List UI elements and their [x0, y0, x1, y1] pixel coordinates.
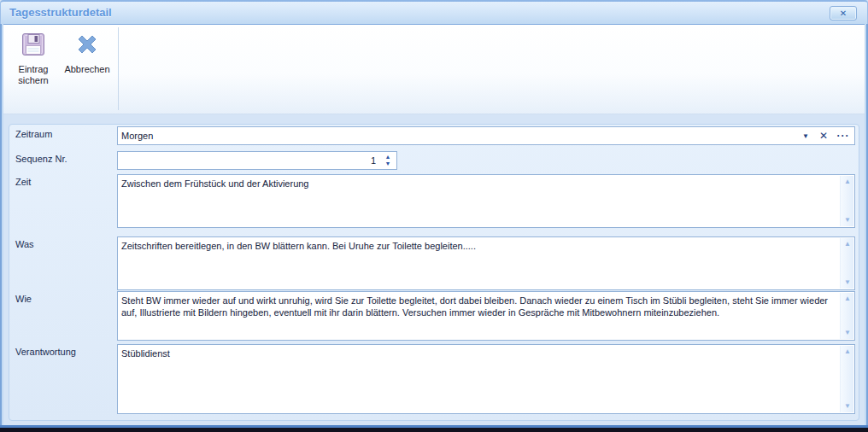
- scroll-down-icon[interactable]: ▼: [841, 327, 854, 339]
- scroll-down-icon[interactable]: ▼: [841, 277, 854, 289]
- sequenz-spin-field[interactable]: 1 ▲ ▼: [117, 151, 397, 170]
- zeitraum-label: Zeitraum: [15, 129, 52, 139]
- ribbon-group-separator: [118, 27, 119, 110]
- wie-textarea[interactable]: Steht BW immer wieder auf und wirkt unru…: [117, 291, 855, 341]
- wie-scrollbar[interactable]: ▲ ▼: [840, 293, 853, 339]
- floppy-disk-icon: [21, 32, 46, 57]
- cancel-button[interactable]: Abbrechen: [58, 28, 116, 75]
- zeit-scrollbar[interactable]: ▲ ▼: [840, 176, 853, 226]
- verantwortung-label: Verantwortung: [15, 347, 76, 357]
- sequenz-label: Sequenz Nr.: [15, 154, 67, 164]
- was-textarea[interactable]: Zeitschriften bereitlegen, in den BW blä…: [117, 236, 855, 290]
- cancel-label: Abbrechen: [64, 64, 109, 75]
- window-frame-right: [865, 24, 868, 425]
- sequenz-value: 1: [121, 155, 376, 166]
- dialog-window: Tagesstrukturdetail ✕ Eintrag sichern: [0, 0, 868, 432]
- sequenz-spin-down-icon[interactable]: ▼: [385, 161, 391, 167]
- ribbon-toolbar: Eintrag sichern Abbrechen Bearbeiten: [3, 24, 865, 114]
- close-button[interactable]: ✕: [830, 6, 857, 20]
- scroll-down-icon[interactable]: ▼: [841, 214, 854, 226]
- cancel-x-icon: [74, 32, 100, 57]
- scroll-up-icon[interactable]: ▲: [841, 293, 854, 305]
- zeitraum-ellipsis-icon[interactable]: ···: [836, 130, 851, 142]
- window-title: Tagesstrukturdetail: [9, 6, 112, 19]
- zeitraum-combobox[interactable]: Morgen ▼ ✕ ···: [117, 126, 855, 145]
- sequenz-spin-up-icon[interactable]: ▲: [385, 154, 391, 161]
- verantwortung-textarea[interactable]: Stüblidienst ▲ ▼: [117, 344, 855, 414]
- close-icon: ✕: [840, 9, 847, 18]
- scroll-up-icon[interactable]: ▲: [841, 238, 854, 250]
- was-label: Was: [15, 239, 34, 249]
- was-value: Zeitschriften bereitlegen, in den BW blä…: [121, 240, 837, 252]
- zeit-label: Zeit: [15, 177, 31, 187]
- scroll-down-icon[interactable]: ▼: [841, 400, 854, 412]
- scroll-up-icon[interactable]: ▲: [841, 346, 854, 358]
- bottom-edge-band: [0, 428, 868, 432]
- verantwortung-scrollbar[interactable]: ▲ ▼: [840, 346, 853, 412]
- zeitraum-clear-icon[interactable]: ✕: [818, 130, 830, 142]
- zeit-textarea[interactable]: Zwischen dem Frühstück und der Aktivieru…: [117, 174, 855, 228]
- wie-label: Wie: [15, 294, 32, 304]
- zeit-value: Zwischen dem Frühstück und der Aktivieru…: [121, 178, 837, 190]
- zeitraum-dropdown-icon[interactable]: ▼: [800, 132, 812, 140]
- save-entry-label: Eintrag sichern: [10, 64, 56, 86]
- verantwortung-value: Stüblidienst: [121, 347, 837, 359]
- was-scrollbar[interactable]: ▲ ▼: [840, 238, 853, 289]
- save-entry-button[interactable]: Eintrag sichern: [10, 28, 56, 86]
- titlebar[interactable]: Tagesstrukturdetail ✕: [0, 0, 868, 24]
- scroll-up-icon[interactable]: ▲: [841, 176, 854, 188]
- wie-value: Steht BW immer wieder auf und wirkt unru…: [121, 295, 837, 318]
- zeitraum-value: Morgen: [121, 130, 800, 142]
